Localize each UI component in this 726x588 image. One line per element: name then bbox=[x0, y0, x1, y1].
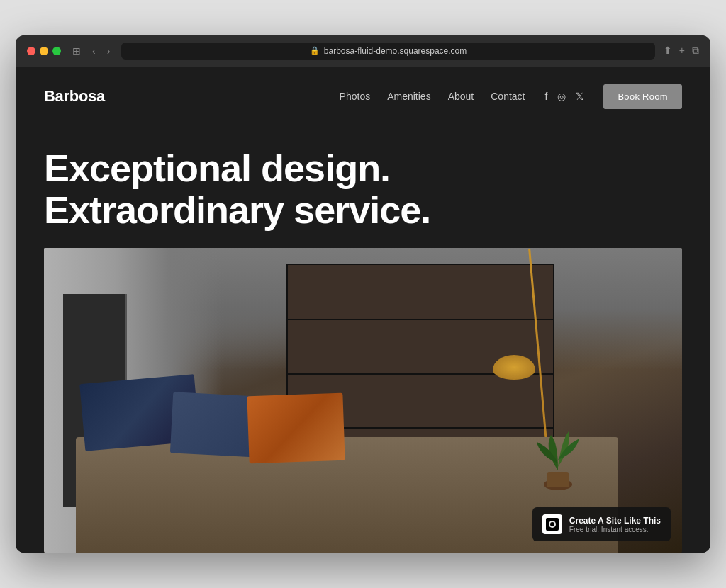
plant bbox=[530, 421, 586, 492]
floor-lamp-head bbox=[493, 355, 535, 380]
squarespace-badge[interactable]: Create A Site Like This Free trial. Inst… bbox=[532, 507, 671, 541]
close-button[interactable] bbox=[27, 47, 35, 55]
svg-rect-1 bbox=[547, 472, 569, 487]
nav-link-photos[interactable]: Photos bbox=[340, 91, 371, 102]
site-wrapper: Barbosa Photos Amenities About Contact f… bbox=[16, 67, 710, 553]
hero-headline-line1: Exceptional design. bbox=[44, 147, 390, 189]
minimize-button[interactable] bbox=[40, 47, 48, 55]
hero-headline: Exceptional design. Extraordinary servic… bbox=[44, 126, 469, 249]
nav-link-amenities[interactable]: Amenities bbox=[387, 91, 430, 102]
window-icon[interactable]: ⊞ bbox=[69, 44, 84, 58]
nav-links: Photos Amenities About Contact bbox=[340, 91, 525, 102]
browser-navigation: ⊞ ‹ › bbox=[69, 44, 113, 58]
url-text: barbosa-fluid-demo.squarespace.com bbox=[324, 46, 467, 56]
back-button[interactable]: ‹ bbox=[89, 44, 99, 58]
nav-link-contact[interactable]: Contact bbox=[491, 91, 525, 102]
book-room-button[interactable]: Book Room bbox=[603, 84, 682, 109]
site-logo[interactable]: Barbosa bbox=[44, 87, 105, 106]
browser-window: ⊞ ‹ › 🔒 barbosa-fluid-demo.squarespace.c… bbox=[16, 35, 710, 553]
site-header: Barbosa Photos Amenities About Contact f… bbox=[16, 67, 710, 126]
share-icon[interactable]: ⬆ bbox=[664, 45, 672, 57]
traffic-lights bbox=[27, 47, 61, 55]
new-tab-icon[interactable]: + bbox=[679, 45, 685, 57]
facebook-icon[interactable]: f bbox=[544, 91, 547, 102]
site-nav: Photos Amenities About Contact f ◎ 𝕏 Boo… bbox=[340, 84, 682, 109]
squarespace-logo bbox=[542, 514, 562, 534]
hero-image: Create A Site Like This Free trial. Inst… bbox=[44, 248, 682, 553]
browser-actions: ⬆ + ⧉ bbox=[664, 45, 699, 57]
forward-button[interactable]: › bbox=[104, 44, 113, 58]
social-icons: f ◎ 𝕏 bbox=[544, 91, 583, 102]
hero-section: Exceptional design. Extraordinary servic… bbox=[16, 126, 710, 553]
room-scene: Create A Site Like This Free trial. Inst… bbox=[44, 248, 682, 553]
nav-link-about[interactable]: About bbox=[448, 91, 474, 102]
browser-chrome: ⊞ ‹ › 🔒 barbosa-fluid-demo.squarespace.c… bbox=[16, 35, 710, 67]
instagram-icon[interactable]: ◎ bbox=[557, 91, 566, 102]
badge-sub-text: Free trial. Instant access. bbox=[569, 526, 661, 533]
tabs-icon[interactable]: ⧉ bbox=[692, 45, 699, 57]
lock-icon: 🔒 bbox=[310, 46, 320, 55]
badge-main-text: Create A Site Like This bbox=[569, 516, 661, 526]
badge-text: Create A Site Like This Free trial. Inst… bbox=[569, 516, 661, 533]
shelf-row bbox=[288, 319, 553, 320]
maximize-button[interactable] bbox=[52, 47, 61, 55]
hero-headline-line2: Extraordinary service. bbox=[44, 188, 430, 231]
twitter-icon[interactable]: 𝕏 bbox=[576, 91, 583, 102]
pillow-orange bbox=[247, 392, 345, 463]
address-bar[interactable]: 🔒 barbosa-fluid-demo.squarespace.com bbox=[121, 43, 654, 60]
